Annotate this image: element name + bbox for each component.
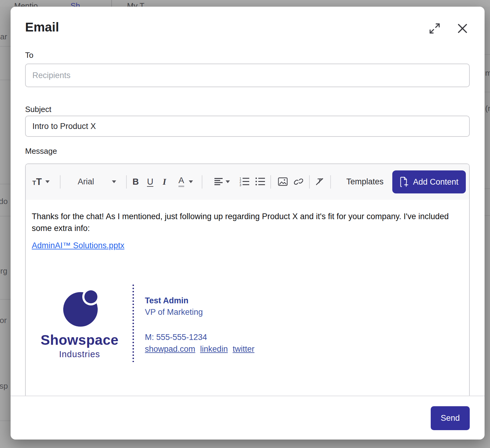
close-icon (457, 23, 468, 34)
chevron-down-icon (226, 180, 230, 183)
email-compose-modal: Email To Subject Message (11, 7, 485, 440)
text-color-caret[interactable] (189, 164, 193, 199)
svg-text:3: 3 (240, 183, 241, 186)
bg-fragment: -org (0, 266, 7, 276)
image-icon (278, 177, 288, 186)
bg-fragment: (n (485, 104, 490, 113)
chevron-down-icon (112, 180, 116, 183)
bg-fragment: har (0, 32, 7, 41)
svg-text:1: 1 (240, 177, 241, 180)
clear-formatting-button[interactable] (315, 164, 324, 199)
signature-phone: M: 555-555-1234 (145, 333, 207, 342)
bg-tab-my-team: My T (127, 1, 144, 7)
message-editor: TT Arial B U I (25, 163, 470, 396)
font-family-select-caret[interactable] (112, 164, 116, 199)
bg-row-line (0, 46, 11, 47)
text-color-icon: A (178, 176, 184, 187)
toolbar-divider (309, 175, 310, 189)
bg-row-line (485, 54, 490, 55)
modal-title: Email (25, 20, 59, 35)
signature-link-linkedin[interactable]: linkedin (200, 344, 228, 354)
insert-link-button[interactable] (294, 164, 303, 199)
bg-row-line (485, 215, 490, 216)
chevron-down-icon (45, 180, 50, 183)
expand-button[interactable] (427, 21, 442, 36)
text-size-icon: TT (32, 177, 42, 186)
bg-tab-divider (111, 0, 112, 7)
bold-button[interactable]: B (132, 164, 139, 199)
bg-row-line (0, 216, 11, 216)
signature-link-twitter[interactable]: twitter (233, 344, 254, 354)
toolbar-divider (202, 175, 202, 189)
expand-icon (428, 22, 441, 35)
font-family-select[interactable]: Arial (78, 164, 117, 199)
send-label: Send (441, 413, 460, 423)
font-family-value: Arial (78, 178, 94, 186)
footer-divider (11, 396, 485, 396)
underline-button[interactable]: U (147, 164, 153, 199)
clear-formatting-icon (315, 177, 324, 186)
templates-button[interactable]: Templates (346, 164, 384, 199)
showspace-logo-accent-icon (84, 290, 97, 303)
insert-image-button[interactable] (278, 164, 288, 199)
body-paragraph: Thanks for the chat! As I mentioned, jus… (32, 211, 454, 234)
signature-links: showpad.com linkedin twitter (145, 344, 254, 354)
bold-icon: B (132, 177, 139, 186)
add-content-label: Add Content (413, 177, 458, 187)
toolbar-divider (270, 175, 271, 189)
close-button[interactable] (456, 22, 469, 35)
recipients-input[interactable] (25, 64, 470, 87)
document-plus-icon (400, 177, 409, 187)
bg-fragment: cor (0, 316, 7, 325)
bg-row-line (0, 184, 11, 184)
bg-fragment: osp (0, 381, 8, 391)
bg-tab-shares: Sh (70, 1, 80, 7)
to-label: To (25, 51, 33, 60)
subject-input[interactable] (25, 116, 470, 137)
signature-dotted-divider (132, 285, 134, 362)
message-body[interactable]: Thanks for the chat! As I mentioned, jus… (26, 200, 469, 396)
bg-fragment: ndo (0, 197, 8, 206)
link-icon (294, 177, 303, 186)
unordered-list-icon (255, 177, 265, 186)
svg-text:2: 2 (240, 180, 241, 183)
bg-row-line (0, 420, 11, 421)
italic-icon: I (163, 177, 166, 186)
toolbar-divider (330, 175, 331, 189)
toolbar-divider (60, 175, 60, 189)
chevron-down-icon (189, 180, 193, 183)
ordered-list-icon: 1 2 3 (240, 177, 250, 186)
ordered-list-button[interactable]: 1 2 3 (240, 164, 250, 199)
underline-icon: U (147, 177, 153, 186)
attachment-link[interactable]: AdminAI™ Solutions.pptx (32, 241, 124, 250)
signature-role: VP of Marketing (145, 308, 203, 317)
message-label: Message (25, 147, 57, 156)
italic-button[interactable]: I (163, 164, 166, 199)
send-button[interactable]: Send (431, 406, 470, 430)
bg-row-line (485, 188, 490, 189)
unordered-list-button[interactable] (255, 164, 265, 199)
screen: Mentio Sh My T har ndo -org cor osp m (n… (0, 0, 490, 448)
align-left-icon (214, 178, 223, 185)
signature-name: Test Admin (145, 296, 188, 305)
toolbar-divider (126, 175, 127, 189)
bg-row-line (0, 80, 11, 80)
signature-company-sub: Industries (36, 349, 123, 359)
subject-label: Subject (25, 105, 51, 114)
align-button[interactable] (214, 164, 223, 199)
bg-fragment: m (485, 68, 490, 78)
bg-row-line (485, 92, 490, 92)
editor-toolbar: TT Arial B U I (26, 164, 469, 200)
align-caret[interactable] (226, 164, 230, 199)
add-content-button[interactable]: Add Content (392, 170, 466, 193)
bg-row-line (0, 299, 11, 300)
templates-label: Templates (346, 177, 384, 186)
text-size-button[interactable]: TT (32, 164, 50, 199)
signature-company: Showspace (36, 332, 123, 348)
signature-link-website[interactable]: showpad.com (145, 344, 195, 354)
bg-tab-mentions: Mentio (14, 1, 38, 7)
background-top-tabs: Mentio Sh My T (0, 0, 490, 7)
text-color-button[interactable]: A (178, 164, 184, 199)
